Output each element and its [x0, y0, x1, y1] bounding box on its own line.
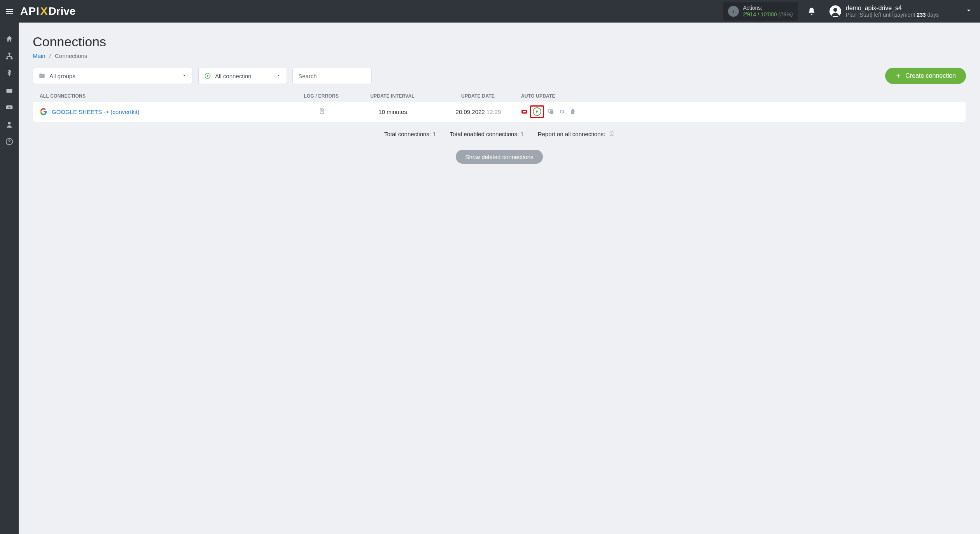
column-header-date: UPDATE DATE [435, 93, 521, 99]
google-icon [40, 108, 47, 115]
svg-rect-6 [6, 58, 8, 59]
home-icon [5, 35, 13, 43]
column-header-log: LOG / ERRORS [292, 93, 350, 99]
copy-icon [548, 108, 555, 115]
run-now-button[interactable] [533, 107, 541, 116]
delete-button[interactable] [569, 108, 577, 116]
svg-rect-1 [733, 11, 734, 13]
column-header-auto: AUTO UPDATE [521, 93, 571, 99]
column-headers: ALL CONNECTIONS LOG / ERRORS UPDATE INTE… [33, 93, 966, 99]
actions-counter[interactable]: Actions: 2'914 / 10'000 (29%) [723, 2, 797, 21]
svg-rect-5 [9, 53, 10, 54]
show-deleted-button[interactable]: Show deleted connections [456, 150, 542, 164]
folder-icon [38, 72, 46, 79]
summary-report-label: Report on all connections: [538, 131, 605, 137]
breadcrumb-current: Connections [55, 53, 87, 59]
help-icon [5, 138, 13, 145]
document-icon [318, 107, 325, 115]
user-name: demo_apix-drive_s4 [846, 5, 939, 12]
hamburger-icon [5, 7, 14, 16]
user-menu[interactable]: demo_apix-drive_s4 Plan |Start| left unt… [830, 5, 939, 18]
sidebar [0, 23, 19, 534]
page-title: Connections [33, 34, 966, 49]
search-box[interactable] [292, 68, 372, 84]
summary-row: Total connections: 1 Total enabled conne… [33, 130, 966, 138]
info-icon [728, 6, 739, 17]
svg-point-4 [833, 8, 837, 12]
main-content: Connections Main / Connections All group… [19, 23, 980, 534]
summary-enabled: Total enabled connections: 1 [450, 131, 524, 137]
connection-name-link[interactable]: GOOGLE SHEETS -> (convertkit) [52, 109, 139, 115]
settings-button[interactable] [558, 108, 566, 116]
sidebar-item-billing[interactable] [0, 65, 19, 82]
create-connection-button[interactable]: Create connection [885, 68, 966, 84]
actions-label: Actions: [743, 5, 793, 12]
logo-text-drive: Drive [48, 5, 75, 18]
sidebar-item-account[interactable] [0, 116, 19, 133]
sidebar-item-home[interactable] [0, 30, 19, 47]
chevron-down-icon [276, 73, 281, 78]
actions-percent: (29%) [778, 11, 793, 18]
interval-cell: 10 minutes [350, 109, 435, 115]
highlight-toggle [522, 110, 527, 114]
menu-toggle-button[interactable] [0, 0, 19, 23]
avatar-icon [830, 5, 841, 17]
create-connection-label: Create connection [905, 72, 956, 79]
status-filter-dropdown[interactable]: All connection [198, 68, 287, 84]
copy-button[interactable] [547, 108, 555, 116]
column-header-name: ALL CONNECTIONS [40, 93, 292, 99]
status-filter-label: All connection [215, 73, 251, 79]
actions-max: 10'000 [761, 11, 777, 18]
svg-rect-7 [10, 58, 12, 59]
chevron-down-icon [182, 73, 187, 78]
connection-row: GOOGLE SHEETS -> (convertkit) 10 minutes… [33, 101, 966, 122]
breadcrumb-main[interactable]: Main [33, 53, 46, 59]
bell-icon [807, 7, 816, 16]
report-button[interactable] [608, 130, 614, 138]
log-button[interactable] [318, 107, 325, 116]
user-menu-chevron[interactable] [957, 7, 980, 16]
breadcrumb: Main / Connections [33, 53, 966, 59]
dollar-icon [5, 69, 13, 77]
sidebar-item-connections[interactable] [0, 47, 19, 65]
user-icon [5, 121, 13, 128]
briefcase-icon [5, 86, 13, 94]
chevron-down-icon [965, 7, 972, 14]
svg-point-10 [8, 122, 11, 124]
sidebar-item-help[interactable] [0, 133, 19, 150]
youtube-icon [5, 103, 13, 111]
highlight-run [530, 105, 544, 118]
group-filter-label: All groups [49, 73, 75, 79]
play-icon [535, 110, 539, 114]
gear-icon [558, 108, 565, 115]
user-plan: Plan |Start| left until payment 233 days [846, 12, 939, 18]
header: API X Drive Actions: 2'914 / 10'000 (29%… [0, 0, 980, 23]
sidebar-item-tools[interactable] [0, 82, 19, 99]
document-icon [608, 130, 614, 137]
sitemap-icon [5, 52, 13, 60]
svg-rect-8 [7, 89, 12, 93]
svg-rect-2 [733, 10, 734, 10]
search-input[interactable] [298, 73, 366, 79]
logo-text-x: X [40, 5, 49, 18]
plus-icon [895, 73, 901, 79]
sidebar-item-video[interactable] [0, 99, 19, 116]
column-header-interval: UPDATE INTERVAL [350, 93, 435, 99]
date-cell: 20.09.2022 12:29 [435, 109, 522, 115]
logo-text-api: API [20, 5, 40, 18]
play-circle-icon [204, 72, 211, 79]
logo[interactable]: API X Drive [20, 5, 75, 18]
trash-icon [569, 108, 576, 115]
summary-total: Total connections: 1 [384, 131, 436, 137]
svg-rect-13 [550, 110, 553, 114]
group-filter-dropdown[interactable]: All groups [33, 68, 193, 84]
actions-current: 2'914 [743, 11, 756, 18]
notifications-button[interactable] [805, 5, 818, 18]
